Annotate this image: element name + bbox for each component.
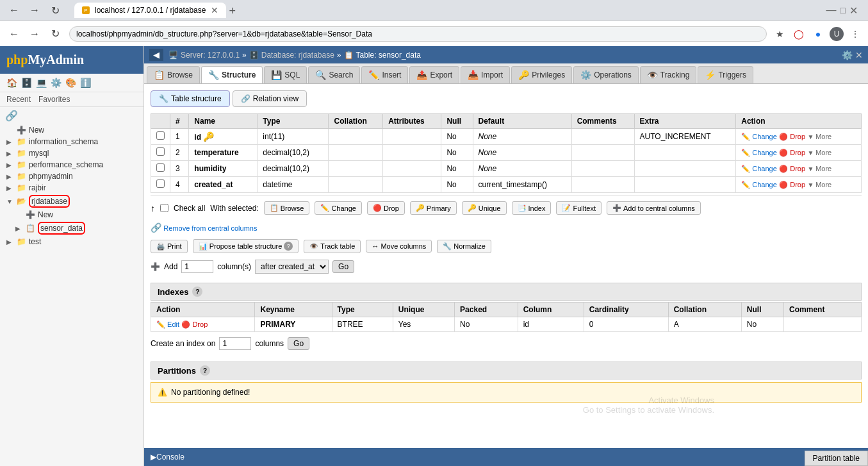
normalize-button[interactable]: 🔧 Normalize (437, 240, 491, 253)
unique-button[interactable]: 🔑 Unique (462, 201, 507, 215)
tab-structure[interactable]: 🔧 Structure (201, 66, 263, 83)
change-link-2[interactable]: ✏️ Change (741, 149, 777, 157)
sub-tab-relation-view[interactable]: 🔗 Relation view (233, 90, 307, 107)
add-central-button[interactable]: ➕ Add to central columns (607, 201, 701, 215)
tab-close-button[interactable]: ✕ (211, 5, 218, 15)
move-columns-button[interactable]: ↔️ Move columns (366, 240, 432, 253)
propose-structure-button[interactable]: 📊 Propose table structure ? (193, 239, 299, 253)
vpn-icon[interactable]: ● (810, 26, 826, 42)
favorites-link[interactable]: Favorites (38, 95, 70, 104)
more-link-4[interactable]: More (815, 181, 831, 188)
home-icon[interactable]: 🏠 (6, 78, 17, 88)
close-window-button[interactable]: ✕ (849, 4, 858, 17)
track-table-button[interactable]: 👁️ Track table (304, 240, 361, 253)
primary-button[interactable]: 🔑 Primary (410, 201, 457, 215)
print-button[interactable]: 🖨️ Print (151, 240, 188, 253)
more-dropdown-1[interactable]: ▼ (807, 133, 815, 140)
checkbox-3[interactable] (156, 163, 165, 172)
sql-icon[interactable]: 💻 (36, 78, 47, 88)
checkbox-1[interactable] (156, 131, 165, 140)
sidebar-item-mysql[interactable]: ▶ 📁 mysql (0, 147, 143, 159)
tab-privileges[interactable]: 🔑 Privileges (511, 66, 572, 83)
drop-link-4[interactable]: 🔴 Drop (779, 181, 805, 189)
header-close-button[interactable]: ✕ (855, 50, 863, 60)
sidebar-item-sensor-data[interactable]: ▶ 📋 sensor_data (0, 221, 143, 236)
back-nav-button[interactable]: ← (5, 25, 23, 43)
theme-icon[interactable]: 🎨 (65, 78, 76, 88)
menu-icon[interactable]: ⋮ (848, 26, 863, 42)
maximize-button[interactable]: □ (840, 5, 846, 15)
minimize-button[interactable]: — (826, 4, 837, 16)
check-all-checkbox[interactable] (160, 204, 168, 212)
profile-icon[interactable]: U (830, 27, 844, 41)
index-button[interactable]: 📑 Index (512, 201, 552, 215)
refresh-button[interactable]: ↻ (46, 1, 64, 19)
header-settings-button[interactable]: ⚙️ (842, 50, 853, 60)
sidebar-item-phpmyadmin[interactable]: ▶ 📁 phpmyadmin (0, 171, 143, 182)
idx-edit-link[interactable]: ✏️ Edit (156, 320, 179, 329)
sidebar-item-new-top[interactable]: ➕ New (0, 124, 143, 136)
address-input[interactable] (69, 26, 767, 42)
sidebar-item-information-schema[interactable]: ▶ 📁 information_schema (0, 136, 143, 147)
collapse-button[interactable]: ◀ (149, 49, 163, 61)
checkbox-2[interactable] (156, 147, 165, 156)
console-label[interactable]: Console (156, 453, 184, 462)
create-index-go-button[interactable]: Go (288, 337, 309, 350)
checkbox-4[interactable] (156, 179, 165, 188)
create-index-input[interactable] (219, 337, 251, 350)
more-link-2[interactable]: More (815, 149, 831, 156)
sidebar-item-rjdatabase[interactable]: ▼ 📂 rjdatabase (0, 194, 143, 209)
sidebar-item-performance-schema[interactable]: ▶ 📁 performance_schema (0, 159, 143, 171)
remove-central-link[interactable]: Remove from central columns (163, 224, 257, 232)
settings-icon[interactable]: ⚙️ (51, 78, 61, 88)
browse-selected-button[interactable]: 📋 Browse (264, 201, 310, 215)
reload-button[interactable]: ↻ (46, 25, 64, 43)
drop-link-2[interactable]: 🔴 Drop (779, 149, 805, 157)
breadcrumb-server-link[interactable]: Server: 127.0.0.1 (181, 51, 240, 60)
sub-tab-table-structure[interactable]: 🔧 Table structure (151, 90, 230, 107)
indexes-help-icon[interactable]: ? (192, 287, 202, 297)
recent-link[interactable]: Recent (6, 95, 31, 104)
extensions-icon[interactable]: ◯ (791, 26, 807, 42)
breadcrumb-db-link[interactable]: Database: rjdatabase (261, 51, 334, 60)
sidebar-item-new-rjdb[interactable]: ➕ New (0, 209, 143, 221)
db-icon[interactable]: 🗄️ (21, 78, 32, 88)
more-link-1[interactable]: More (815, 133, 831, 140)
tab-sql[interactable]: 💾 SQL (264, 66, 307, 83)
more-dropdown-4[interactable]: ▼ (807, 181, 815, 188)
partitions-help-icon[interactable]: ? (200, 365, 210, 376)
tab-export[interactable]: 📤 Export (409, 66, 459, 83)
change-link-1[interactable]: ✏️ Change (741, 133, 777, 141)
change-link-3[interactable]: ✏️ Change (741, 165, 777, 173)
position-select[interactable]: after created_at (255, 260, 329, 274)
forward-nav-button[interactable]: → (26, 25, 44, 43)
forward-button[interactable]: → (26, 1, 44, 19)
tab-import[interactable]: 📥 Import (461, 66, 510, 83)
tab-triggers[interactable]: ⚡ Triggers (698, 66, 753, 83)
up-arrow-icon[interactable]: ↑ (151, 203, 155, 213)
active-tab[interactable]: P localhost / 127.0.0.1 / rjdatabase ✕ (74, 3, 226, 18)
more-link-3[interactable]: More (815, 165, 831, 172)
drop-link-3[interactable]: 🔴 Drop (779, 165, 805, 173)
more-dropdown-3[interactable]: ▼ (807, 165, 815, 172)
add-columns-input[interactable] (181, 260, 213, 273)
new-tab-button[interactable]: + (226, 4, 238, 18)
chain-icon[interactable]: 🔗 (5, 110, 18, 121)
drop-selected-button[interactable]: 🔴 Drop (367, 201, 405, 215)
sidebar-item-test[interactable]: ▶ 📁 test (0, 236, 143, 247)
tab-operations[interactable]: ⚙️ Operations (573, 66, 639, 83)
add-go-button[interactable]: Go (332, 260, 354, 273)
change-link-4[interactable]: ✏️ Change (741, 181, 777, 189)
change-selected-button[interactable]: ✏️ Change (315, 201, 362, 215)
bookmark-icon[interactable]: ★ (772, 26, 787, 42)
fulltext-button[interactable]: 📝 Fulltext (556, 201, 601, 215)
drop-link-1[interactable]: 🔴 Drop (779, 133, 805, 141)
tab-tracking[interactable]: 👁️ Tracking (640, 66, 697, 83)
back-button[interactable]: ← (5, 1, 23, 19)
propose-help[interactable]: ? (284, 242, 293, 251)
info-icon[interactable]: ℹ️ (80, 78, 91, 88)
tab-insert[interactable]: ✏️ Insert (361, 66, 408, 83)
tab-browse[interactable]: 📋 Browse (147, 66, 200, 83)
partition-table-button[interactable]: Partition table (805, 451, 868, 466)
tab-search[interactable]: 🔍 Search (308, 66, 360, 83)
